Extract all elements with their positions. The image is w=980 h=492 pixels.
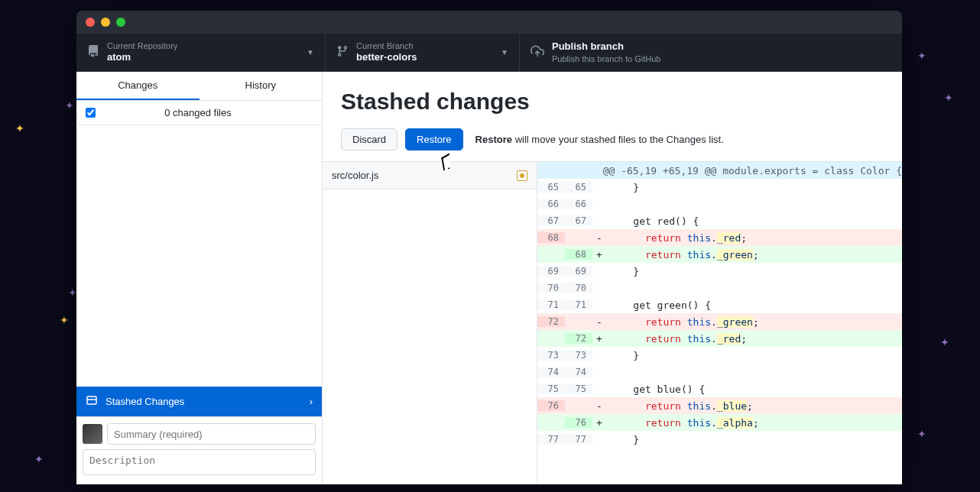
tab-changes[interactable]: Changes [76,72,200,100]
svg-rect-0 [87,397,96,404]
modified-icon [517,170,527,181]
main-panel: Stashed changes Discard Restore Restore … [323,72,902,484]
publish-button[interactable]: Publish branch Publish this branch to Gi… [520,34,902,71]
close-icon[interactable] [86,18,95,27]
chevron-down-icon: ▼ [501,48,508,57]
tab-history[interactable]: History [200,72,323,100]
diff-line: 7070 [537,280,902,296]
diff-line: 68- return this._red; [537,229,902,246]
diff-file-name: src/color.js [332,170,378,181]
diff-view[interactable]: @@ -65,19 +65,19 @@ module.exports = cla… [537,162,902,484]
sparkle-icon: ✦ [65,99,74,112]
page-title: Stashed changes [341,89,884,115]
commit-form [76,416,322,484]
cursor-icon [442,156,453,170]
diff-file-item[interactable]: src/color.js [323,162,537,189]
minimize-icon[interactable] [101,18,110,27]
branch-label: Current Branch [356,40,501,51]
diff-line: 76- return this._blue; [537,397,902,414]
hunk-header: @@ -65,19 +65,19 @@ module.exports = cla… [537,162,902,179]
branch-icon [336,45,349,60]
chevron-right-icon: › [310,396,313,407]
stash-icon [86,394,98,409]
repo-label: Current Repository [107,40,307,51]
diff-line: 6666 [537,196,902,212]
diff-line: 68+ return this._green; [537,246,902,263]
chevron-down-icon: ▼ [307,48,314,57]
app-window: Current Repository atom ▼ Current Branch… [76,11,902,484]
sparkle-icon: ✦ [940,336,949,348]
avatar [83,424,102,444]
repo-value: atom [107,51,307,64]
commit-description-input[interactable] [83,449,316,475]
diff-line: 7373 } [537,347,902,364]
stashed-changes-button[interactable]: Stashed Changes › [76,387,322,416]
diff-line: 6767 get red() { [537,212,902,229]
files-header: 0 changed files [76,101,322,125]
repo-icon [87,45,99,60]
sparkle-icon: ✦ [917,50,926,62]
diff-line: 7777 } [537,431,902,448]
restore-button[interactable]: Restore [405,128,463,151]
sparkle-icon: ✦ [15,122,24,134]
discard-button[interactable]: Discard [341,128,398,151]
file-list [76,125,322,387]
diff-file-list: src/color.js [323,162,537,484]
diff-line: 76+ return this._alpha; [537,414,902,431]
commit-summary-input[interactable] [107,423,316,445]
sparkle-icon: ✦ [944,92,953,104]
diff-line: 72+ return this._red; [537,330,902,347]
branch-value: better-colors [356,51,501,64]
sparkle-icon: ✦ [34,453,44,465]
branch-dropdown[interactable]: Current Branch better-colors ▼ [326,34,520,71]
help-text: Restore will move your stashed files to … [475,134,724,145]
sparkle-icon: ✦ [917,428,926,440]
diff-line: 7575 get blue() { [537,380,902,397]
publish-sub: Publish this branch to GitHub [552,53,891,64]
diff-line: 6565 } [537,179,902,196]
diff-line: 7474 [537,364,902,380]
stashed-label: Stashed Changes [105,396,184,407]
diff-line: 7171 get green() { [537,296,902,313]
sidebar: Changes History 0 changed files Stashed … [76,72,323,484]
diff-line: 6969 } [537,263,902,280]
toolbar: Current Repository atom ▼ Current Branch… [76,34,902,72]
sparkle-icon: ✦ [60,314,69,326]
cloud-upload-icon [531,44,544,61]
files-count: 0 changed files [83,107,313,118]
publish-label: Publish branch [552,40,891,53]
titlebar[interactable] [76,11,902,34]
diff-line: 72- return this._green; [537,313,902,330]
repo-dropdown[interactable]: Current Repository atom ▼ [76,34,326,71]
fullscreen-icon[interactable] [116,18,125,27]
